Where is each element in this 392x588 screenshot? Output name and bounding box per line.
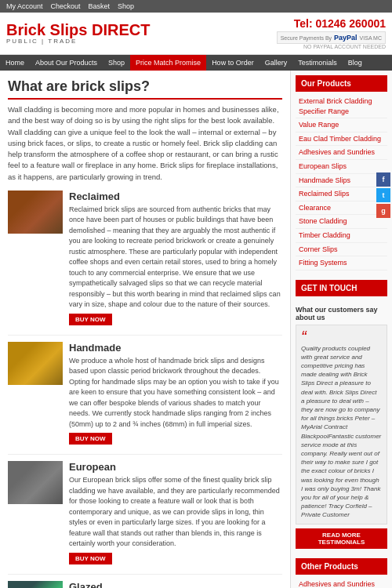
nav-gallery[interactable]: Gallery — [260, 55, 293, 71]
sidebar-get-in-touch: GET IN TOUCH — [296, 280, 387, 296]
sidebar-link-reclaimed[interactable]: Reclaimed Slips — [296, 187, 387, 201]
social-bar: f t g — [376, 172, 390, 218]
sidebar-other-products: Other Products Adhesives and Sundries Cl… — [296, 558, 387, 588]
logo: Brick Slips DIRECT PUBLIC | TRADE — [6, 22, 150, 45]
nav-blog[interactable]: Blog — [343, 55, 368, 71]
sidebar-link-timber-clad[interactable]: Eau Clad Timber Cladding — [296, 132, 387, 147]
checkout-link[interactable]: Checkout — [51, 2, 81, 10]
sidebar-link-corner[interactable]: Corner Slips — [296, 243, 387, 257]
section-reclaimed: Reclaimed Reclaimed brick slips are sour… — [8, 191, 282, 325]
glazed-title: Glazed — [69, 581, 282, 588]
main-nav: Home About Our Products Shop Price Match… — [0, 55, 392, 71]
nav-how-to-order[interactable]: How to Order — [206, 55, 260, 71]
my-account-link[interactable]: My Account — [6, 2, 43, 10]
handmade-title: Handmade — [69, 342, 282, 354]
logo-subtitle: PUBLIC | TRADE — [6, 38, 150, 45]
logo-direct: DIRECT — [92, 21, 150, 38]
sidebar: Our Products External Brick Cladding Spe… — [290, 71, 392, 588]
testimonial-text-1: Quality products coupled with great serv… — [301, 345, 381, 519]
main-layout: What are brick slips? Wall cladding is b… — [0, 71, 392, 588]
our-products-heading: Our Products — [296, 75, 387, 92]
sidebar-link-adhesives[interactable]: Adhesives and Sundries — [296, 146, 387, 160]
phone-number: Tel: 01246 260001 — [277, 17, 386, 30]
handmade-image — [8, 342, 63, 385]
sidebar-link-timber[interactable]: Timber Cladding — [296, 229, 387, 243]
sidebar-link-clearance[interactable]: Clearance — [296, 201, 387, 216]
sidebar-link-european[interactable]: European Slips — [296, 160, 387, 174]
nav-price-match[interactable]: Price Match Promise — [130, 55, 206, 71]
handmade-text: We produce a whole host of handmade bric… — [69, 356, 282, 430]
handmade-content: Handmade We produce a whole host of hand… — [69, 342, 282, 445]
google-plus-btn[interactable]: g — [376, 204, 390, 218]
read-more-testimonials-btn-1[interactable]: READ MORE TESTIMONIALS — [296, 528, 387, 549]
sidebar-link-fitting[interactable]: Fitting Systems — [296, 256, 387, 270]
testimonial-heading-1: What our customers say about us — [296, 306, 387, 321]
logo-brickslips: Brick Slips — [6, 21, 92, 38]
reclaimed-image — [8, 191, 63, 234]
paypal-logo: PayPal — [334, 34, 358, 42]
divider-2 — [8, 454, 282, 455]
main-content: What are brick slips? Wall cladding is b… — [0, 71, 290, 588]
european-image — [8, 461, 63, 504]
reclaimed-buy-btn[interactable]: BUY NOW — [69, 314, 112, 325]
section-handmade: Handmade We produce a whole host of hand… — [8, 342, 282, 445]
page-wrapper: My Account Checkout Basket Shop Brick Sl… — [0, 0, 392, 588]
sidebar-link-handmade[interactable]: Handmade Slips — [296, 174, 387, 188]
get-in-touch-heading: GET IN TOUCH — [296, 280, 387, 296]
european-title: European — [69, 461, 282, 473]
shop-link[interactable]: Shop — [118, 2, 134, 10]
site-header: Brick Slips DIRECT PUBLIC | TRADE Tel: 0… — [0, 13, 392, 55]
sidebar-our-products: Our Products External Brick Cladding Spe… — [296, 75, 387, 270]
intro-paragraph: Wall cladding is becoming more and more … — [8, 104, 282, 183]
payment-info: Secure Payments By PayPal VISA MC — [277, 31, 386, 44]
twitter-btn[interactable]: t — [376, 188, 390, 202]
european-buy-btn[interactable]: BUY NOW — [69, 553, 112, 564]
other-link-adhesives[interactable]: Adhesives and Sundries — [296, 578, 387, 588]
card-icons: VISA MC — [360, 35, 382, 41]
reclaimed-text: Reclaimed brick slips are sourced from a… — [69, 205, 282, 310]
nav-testimonials[interactable]: Testimonials — [292, 55, 343, 71]
european-text: Our European brick slips offer some of t… — [69, 475, 282, 550]
no-paypal-note: NO PAYPAL ACCOUNT NEEDED — [277, 44, 386, 49]
divider-1 — [8, 335, 282, 336]
quote-icon-1: “ — [301, 330, 382, 343]
sidebar-testimonials-1: What our customers say about us “ Qualit… — [296, 306, 387, 550]
nav-shop[interactable]: Shop — [103, 55, 130, 71]
reclaimed-title: Reclaimed — [69, 191, 282, 202]
handmade-buy-btn[interactable]: BUY NOW — [69, 433, 112, 445]
page-title: What are brick slips? — [8, 78, 282, 100]
sidebar-link-specifier[interactable]: External Brick Cladding Specifier Range — [296, 95, 387, 118]
section-glazed: Glazed Glazed brick slips create a uniqu… — [8, 581, 282, 588]
sidebar-link-stone[interactable]: Stone Cladding — [296, 215, 387, 229]
nav-home[interactable]: Home — [0, 55, 30, 71]
facebook-btn[interactable]: f — [376, 172, 390, 187]
glazed-content: Glazed Glazed brick slips create a uniqu… — [69, 581, 282, 588]
divider-3 — [8, 574, 282, 575]
section-european: European Our European brick slips offer … — [8, 461, 282, 564]
secure-payments-label: Secure Payments By — [281, 35, 332, 41]
sidebar-link-value[interactable]: Value Range — [296, 118, 387, 132]
logo-text: Brick Slips DIRECT — [6, 22, 150, 38]
nav-about[interactable]: About Our Products — [30, 55, 103, 71]
testimonial-box-1: “ Quality products coupled with great se… — [296, 325, 387, 525]
european-content: European Our European brick slips offer … — [69, 461, 282, 564]
reclaimed-content: Reclaimed Reclaimed brick slips are sour… — [69, 191, 282, 325]
header-right: Tel: 01246 260001 Secure Payments By Pay… — [277, 17, 386, 49]
top-bar: My Account Checkout Basket Shop — [0, 0, 392, 13]
glazed-image — [8, 581, 63, 588]
other-products-heading: Other Products — [296, 558, 387, 575]
basket-link[interactable]: Basket — [89, 2, 111, 10]
